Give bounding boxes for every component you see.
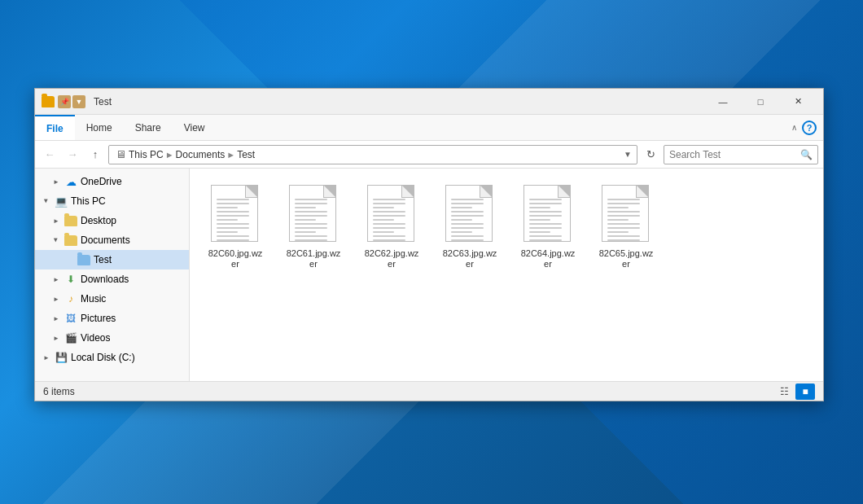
file-name: 82C63.jpg.wzer xyxy=(440,248,499,270)
path-sep-1: ► xyxy=(165,150,174,160)
tab-view[interactable]: View xyxy=(173,115,217,140)
pc-icon: 🖥 xyxy=(114,148,127,161)
search-box[interactable]: 🔍 xyxy=(664,145,818,164)
expand-pictures-icon[interactable]: ► xyxy=(51,313,61,323)
tab-file[interactable]: File xyxy=(35,115,75,140)
tab-home[interactable]: Home xyxy=(75,115,124,140)
forward-button[interactable]: → xyxy=(63,145,82,164)
file-item[interactable]: 82C62.jpg.wzer xyxy=(359,182,424,273)
videos-label: Videos xyxy=(81,332,110,344)
desktop-folder-icon xyxy=(64,214,77,227)
music-label: Music xyxy=(81,293,106,305)
expand-desktop-icon[interactable]: ► xyxy=(51,216,61,226)
file-name: 82C64.jpg.wzer xyxy=(519,248,577,270)
thispc-icon: 💻 xyxy=(55,195,68,208)
sidebar-item-localdisk[interactable]: ► 💾 Local Disk (C:) xyxy=(35,348,189,367)
expand-videos-icon[interactable]: ► xyxy=(51,333,61,343)
onedrive-icon: ☁ xyxy=(64,175,77,188)
ribbon-right: ∧ ? xyxy=(791,121,823,135)
view-details-button[interactable]: ☷ xyxy=(774,383,794,400)
expand-thispc-icon[interactable]: ► xyxy=(42,196,51,206)
title-bar: 📌 ▼ Test — □ ✕ xyxy=(35,89,823,115)
window-title: Test xyxy=(94,96,112,107)
file-name: 82C65.jpg.wzer xyxy=(597,248,655,270)
title-extra-icons: 📌 ▼ xyxy=(58,95,85,108)
path-test: Test xyxy=(237,149,255,160)
item-count: 6 items xyxy=(43,386,75,397)
documents-folder-icon xyxy=(64,234,77,247)
main-area: ► ☁ OneDrive ► 💻 This PC ► Desktop ► xyxy=(35,169,823,381)
file-item[interactable]: 82C61.jpg.wzer xyxy=(281,182,346,273)
localdisk-icon: 💾 xyxy=(55,351,68,364)
file-icon xyxy=(211,185,260,243)
title-bar-left: 📌 ▼ Test xyxy=(42,95,112,108)
downloads-label: Downloads xyxy=(81,274,129,285)
sidebar-item-music[interactable]: ► ♪ Music xyxy=(35,289,189,309)
expand-localdisk-icon[interactable]: ► xyxy=(42,353,51,362)
quick-access-pin[interactable]: 📌 xyxy=(58,95,71,108)
title-icon-group: 📌 ▼ xyxy=(42,95,85,108)
window-controls: — □ ✕ xyxy=(704,89,817,115)
file-name: 82C60.jpg.wzer xyxy=(206,248,265,270)
sidebar-item-test[interactable]: Test xyxy=(35,250,189,270)
file-item[interactable]: 82C60.jpg.wzer xyxy=(203,182,268,273)
sidebar-item-videos[interactable]: ► 🎬 Videos xyxy=(35,328,189,348)
file-area: 82C60.jpg.wzer82C61.jpg.wzer82C62.jpg.wz… xyxy=(190,169,823,381)
sidebar-item-onedrive[interactable]: ► ☁ OneDrive xyxy=(35,172,189,191)
file-name: 82C61.jpg.wzer xyxy=(284,248,343,270)
file-item[interactable]: 82C64.jpg.wzer xyxy=(515,182,580,273)
minimize-button[interactable]: — xyxy=(704,89,742,115)
refresh-button[interactable]: ↻ xyxy=(641,145,660,164)
up-button[interactable]: ↑ xyxy=(85,145,105,164)
file-icon xyxy=(523,185,572,243)
desktop-label: Desktop xyxy=(81,215,116,226)
path-thispc[interactable]: This PC xyxy=(129,149,164,160)
back-button[interactable]: ← xyxy=(40,145,59,164)
ribbon-collapse-icon[interactable]: ∧ xyxy=(791,123,797,132)
expand-documents-icon[interactable]: ► xyxy=(51,235,61,245)
view-large-icons-button[interactable]: ■ xyxy=(795,383,815,400)
maximize-button[interactable]: □ xyxy=(742,89,779,115)
expand-onedrive-icon[interactable]: ► xyxy=(51,177,61,186)
file-name: 82C62.jpg.wzer xyxy=(362,248,421,270)
sidebar-item-thispc[interactable]: ► 💻 This PC xyxy=(35,191,189,211)
music-icon: ♪ xyxy=(64,292,77,305)
sidebar-item-pictures[interactable]: ► 🖼 Pictures xyxy=(35,309,189,328)
file-icon xyxy=(445,185,494,243)
path-documents[interactable]: Documents xyxy=(176,149,226,160)
localdisk-label: Local Disk (C:) xyxy=(71,352,135,363)
videos-icon: 🎬 xyxy=(64,331,77,344)
ribbon: File Home Share View ∧ ? xyxy=(35,115,823,141)
search-input[interactable] xyxy=(669,149,797,160)
test-folder-icon xyxy=(77,253,90,266)
test-label: Test xyxy=(94,254,112,265)
thispc-label: This PC xyxy=(71,195,106,207)
file-icon xyxy=(602,185,651,243)
sidebar-item-downloads[interactable]: ► ⬇ Downloads xyxy=(35,270,189,289)
view-buttons: ☷ ■ xyxy=(774,383,815,400)
expand-music-icon[interactable]: ► xyxy=(51,294,61,304)
path-dropdown-icon[interactable]: ▼ xyxy=(624,150,632,159)
search-icon[interactable]: 🔍 xyxy=(800,149,813,160)
help-button[interactable]: ? xyxy=(802,121,817,135)
onedrive-label: OneDrive xyxy=(81,176,122,187)
close-button[interactable]: ✕ xyxy=(779,89,817,115)
documents-label: Documents xyxy=(81,234,130,246)
sidebar: ► ☁ OneDrive ► 💻 This PC ► Desktop ► xyxy=(35,169,190,381)
file-item[interactable]: 82C65.jpg.wzer xyxy=(594,182,659,273)
file-icon xyxy=(367,185,416,243)
file-icon xyxy=(289,185,338,243)
pictures-label: Pictures xyxy=(81,313,116,324)
window-folder-icon xyxy=(42,96,55,107)
file-item[interactable]: 82C63.jpg.wzer xyxy=(437,182,502,273)
address-bar: ← → ↑ 🖥 This PC ► Documents ► Test ▼ ↻ 🔍 xyxy=(35,141,823,169)
sidebar-item-desktop[interactable]: ► Desktop xyxy=(35,211,189,230)
path-sep-2: ► xyxy=(226,150,235,160)
tab-share[interactable]: Share xyxy=(124,115,173,140)
quick-access-btn[interactable]: ▼ xyxy=(72,95,85,108)
downloads-icon: ⬇ xyxy=(64,273,77,286)
expand-downloads-icon[interactable]: ► xyxy=(51,274,61,284)
status-bar: 6 items ☷ ■ xyxy=(35,381,823,401)
sidebar-item-documents[interactable]: ► Documents xyxy=(35,230,189,250)
address-path[interactable]: 🖥 This PC ► Documents ► Test ▼ xyxy=(108,145,637,164)
